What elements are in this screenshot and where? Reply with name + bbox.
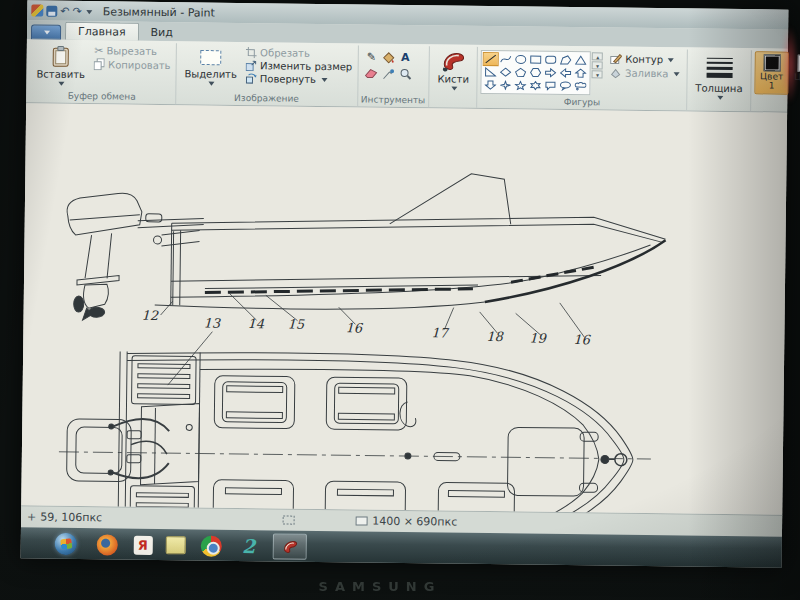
- magnifier-tool[interactable]: [397, 66, 413, 81]
- qat-dropdown-icon[interactable]: [87, 10, 93, 17]
- color2-button[interactable]: Цвет 2: [788, 52, 800, 95]
- shape-arrow-up[interactable]: [574, 67, 588, 79]
- shapes-scroll-down[interactable]: ▾: [592, 61, 603, 69]
- eraser-icon: [365, 68, 378, 78]
- image-size: 1400 × 690пкс: [372, 515, 457, 529]
- shape-diamond[interactable]: [499, 66, 513, 78]
- shapes-group: ▴ ▾ ▾ Контур: [478, 47, 688, 111]
- shape-pentagon[interactable]: [514, 66, 528, 78]
- ribbon: Вставить ✂ Вырезать: [26, 39, 788, 112]
- select-button[interactable]: Выделить: [179, 44, 242, 90]
- screen: ↶ ↷ Безымянный - Paint Главная Вид: [21, 0, 789, 567]
- shapes-scrollbar: ▴ ▾ ▾: [592, 52, 603, 78]
- shape-star-6[interactable]: [529, 80, 543, 92]
- cursor-position: 59, 106пкс: [40, 511, 102, 525]
- select-label: Выделить: [184, 68, 237, 80]
- shape-callout-oval[interactable]: [559, 80, 573, 92]
- tools-group: ✎ A: [358, 45, 430, 107]
- color1-label: Цвет 1: [759, 72, 785, 91]
- taskbar-notes[interactable]: [164, 533, 188, 557]
- magnifier-icon: [399, 67, 411, 79]
- thickness-icon: [704, 54, 734, 82]
- paste-dropdown-icon: [59, 82, 65, 89]
- chrome-icon: [200, 535, 221, 556]
- shape-curve[interactable]: [499, 53, 513, 65]
- paste-label: Вставить: [36, 68, 85, 80]
- application-menu-button[interactable]: [31, 24, 61, 39]
- outline-button[interactable]: Контур: [608, 53, 682, 65]
- thickness-button[interactable]: Толщина: [690, 50, 748, 104]
- shape-rounded-rectangle[interactable]: [544, 54, 558, 66]
- shape-right-triangle[interactable]: [484, 66, 498, 78]
- copy-icon: [94, 58, 105, 70]
- rotate-button[interactable]: Повернуть: [244, 73, 354, 85]
- shape-fill-button[interactable]: Заливка: [608, 67, 682, 79]
- quick-access-toolbar: ↶ ↷: [31, 4, 93, 17]
- brushes-group: Кисти: [429, 46, 478, 108]
- taskbar-yandex[interactable]: Я: [131, 533, 155, 557]
- drawing-label: 18: [486, 329, 503, 344]
- eyedropper-icon: [382, 67, 394, 79]
- undo-icon[interactable]: ↶: [60, 5, 69, 16]
- paint-canvas[interactable]: 12 13 14 15 16 17 18 19 16: [21, 103, 787, 514]
- pencil-tool[interactable]: ✎: [363, 49, 379, 64]
- text-tool[interactable]: A: [397, 50, 413, 65]
- paint-brush-icon: [282, 539, 298, 555]
- tools-group-label: Инструменты: [361, 93, 426, 107]
- drawing-label: 17: [431, 325, 448, 340]
- color1-button[interactable]: Цвет 1: [754, 51, 789, 94]
- boat-technical-drawing: [21, 103, 786, 514]
- select-icon: [199, 47, 223, 67]
- crop-button[interactable]: Обрезать: [244, 47, 354, 59]
- brushes-label: Кисти: [437, 73, 469, 84]
- drawing-label: 16: [573, 332, 590, 347]
- shape-fill-label: Заливка: [625, 68, 669, 80]
- shapes-more-button[interactable]: ▾: [592, 70, 603, 78]
- shape-arrow-left[interactable]: [559, 67, 573, 79]
- shape-arrow-right[interactable]: [544, 67, 558, 79]
- taskbar-2gis[interactable]: 2: [237, 534, 261, 558]
- shape-polygon[interactable]: [559, 54, 573, 66]
- start-button[interactable]: [54, 532, 78, 556]
- shapes-scroll-up[interactable]: ▴: [592, 52, 603, 60]
- shape-callout-cloud[interactable]: [574, 80, 588, 92]
- resize-button[interactable]: Изменить размер: [244, 60, 354, 72]
- taskbar-paint-active[interactable]: [273, 533, 307, 559]
- drawing-label: 15: [287, 317, 304, 332]
- 2gis-icon: 2: [242, 535, 256, 557]
- fill-bucket-icon: [382, 51, 394, 63]
- taskbar-chrome[interactable]: [199, 534, 223, 558]
- cut-button[interactable]: ✂ Вырезать: [92, 45, 173, 57]
- shape-line[interactable]: [484, 53, 498, 65]
- tab-view[interactable]: Вид: [138, 24, 185, 42]
- shape-arrow-down[interactable]: [484, 79, 498, 91]
- thickness-label: Толщина: [695, 83, 742, 95]
- color2-label: Цвет 2: [793, 73, 800, 92]
- drawing-label: 14: [247, 316, 264, 331]
- shape-star-4[interactable]: [499, 79, 513, 91]
- resize-label: Изменить размер: [260, 60, 352, 72]
- shape-triangle[interactable]: [574, 54, 588, 66]
- yandex-letter: Я: [138, 537, 148, 552]
- brushes-dropdown-icon: [451, 87, 457, 94]
- taskbar-firefox[interactable]: [95, 532, 119, 556]
- save-icon[interactable]: [46, 5, 57, 16]
- shape-hexagon[interactable]: [529, 67, 543, 79]
- fill-dropdown-icon: [673, 72, 679, 79]
- redo-icon[interactable]: ↷: [72, 5, 81, 16]
- tab-home[interactable]: Главная: [65, 22, 139, 41]
- shape-callout-rounded[interactable]: [544, 80, 558, 92]
- fill-tool[interactable]: [380, 50, 396, 65]
- shape-ellipse[interactable]: [514, 53, 528, 65]
- eyedropper-tool[interactable]: [380, 66, 396, 81]
- select-dropdown-icon: [208, 82, 214, 89]
- clipboard-group: Вставить ✂ Вырезать: [28, 41, 177, 104]
- paint-app-icon: [31, 4, 43, 16]
- eraser-tool[interactable]: [363, 65, 379, 80]
- copy-button[interactable]: Копировать: [92, 58, 173, 71]
- shape-rectangle[interactable]: [529, 54, 543, 66]
- crop-icon: [246, 47, 257, 58]
- shape-star-5[interactable]: [514, 79, 528, 91]
- paste-button[interactable]: Вставить: [31, 42, 90, 90]
- brushes-button[interactable]: Кисти: [432, 47, 474, 95]
